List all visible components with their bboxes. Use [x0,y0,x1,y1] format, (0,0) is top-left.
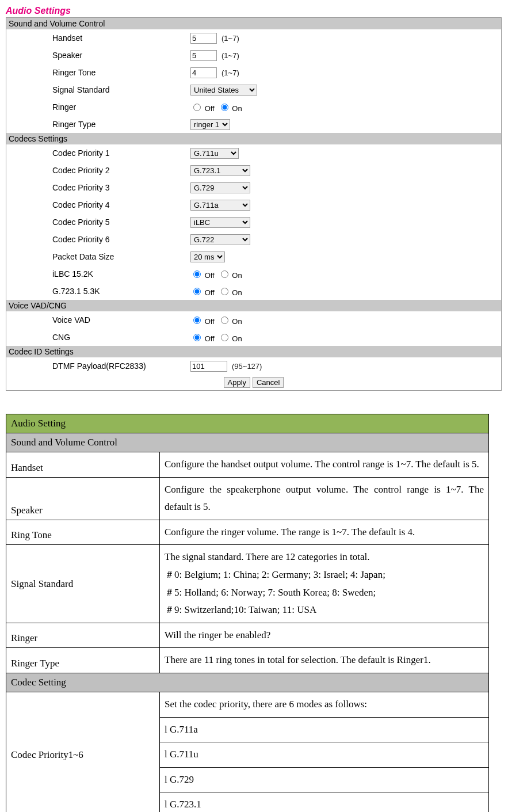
dtmf-input[interactable] [190,361,227,372]
desc-signal-standard-text: The signal standard. There are 12 catego… [160,545,489,623]
codec-3-select[interactable]: G.729 [190,182,250,193]
ringer-tone-input[interactable] [190,67,217,78]
g723-label: G.723.1 5.3K [6,287,190,296]
codec-2-label: Codec Priority 2 [6,166,190,175]
voice-vad-on-radio[interactable] [221,317,228,324]
ilbc-on-label: On [232,271,242,280]
desc-ringer-text: Will the ringer be enabled? [160,623,489,648]
handset-hint: (1~7) [221,34,239,43]
codec-4-label: Codec Priority 4 [6,200,190,209]
desc-speaker-label: Speaker [6,477,160,520]
desc-ringer-type-label: Ringer Type [6,648,160,673]
ilbc-off-label: Off [205,271,215,280]
g723-off-radio[interactable] [193,288,201,295]
row-ilbc: iLBC 15.2K Off On [6,265,501,283]
desc-signal-standard-label: Signal Standard [6,545,160,623]
row-packet-size: Packet Data Size 20 ms [6,248,501,265]
row-codec-1: Codec Priority 1 G.711u [6,144,501,162]
row-codec-5: Codec Priority 5 iLBC [6,214,501,231]
g723-off-label: Off [205,288,215,297]
section-sound-header: Sound and Volume Control [6,18,501,29]
apply-button[interactable]: Apply [224,377,251,388]
row-codec-2: Codec Priority 2 G.723.1 [6,162,501,179]
voice-vad-off-label: Off [205,317,215,326]
row-ringer: Ringer Off On [6,98,501,116]
ilbc-on-radio[interactable] [221,270,228,278]
desc-speaker-text: Configure the speakerphone output volume… [160,477,489,520]
desc-codec-priority-label: Codec Priority1~6 [6,692,160,812]
cng-on-label: On [232,334,242,343]
row-speaker: Speaker (1~7) [6,47,501,64]
voice-vad-off-radio[interactable] [193,317,201,324]
codec-4-select[interactable]: G.711a [190,200,250,211]
voice-vad-on-label: On [232,317,242,326]
row-ringer-tone: Ringer Tone (1~7) [6,64,501,81]
row-ringer-type: Ringer Type ringer 1 [6,116,501,133]
ringer-tone-label: Ringer Tone [6,68,190,77]
cng-on-radio[interactable] [221,334,228,341]
desc-handset-text: Configure the handset output volume. The… [160,452,489,478]
cancel-button[interactable]: Cancel [253,377,284,388]
section-codec-id-header: Codec ID Settings [6,346,501,357]
desc-codec-priority-text: Set the codec priority, there are 6 mode… [160,692,489,812]
ilbc-off-radio[interactable] [193,270,201,278]
ringer-type-label: Ringer Type [6,120,190,129]
cng-label: CNG [6,333,190,342]
ringer-on-label: On [232,104,242,113]
row-codec-3: Codec Priority 3 G.729 [6,179,501,196]
row-voice-vad: Voice VAD Off On [6,311,501,329]
speaker-hint: (1~7) [221,51,239,60]
speaker-label: Speaker [6,51,190,60]
packet-size-select[interactable]: 20 ms [190,251,225,262]
row-dtmf: DTMF Payload(RFC2833) (95~127) [6,357,501,375]
handset-input[interactable] [190,33,217,44]
section-vad-header: Voice VAD/CNG [6,300,501,311]
handset-label: Handset [6,33,190,43]
codec-2-select[interactable]: G.723.1 [190,165,250,176]
packet-size-label: Packet Data Size [6,252,190,261]
desc-ringer-label: Ringer [6,623,160,648]
row-cng: CNG Off On [6,329,501,346]
cng-off-radio[interactable] [193,334,201,341]
row-codec-4: Codec Priority 4 G.711a [6,196,501,214]
codec-5-select[interactable]: iLBC [190,217,250,228]
ringer-off-radio[interactable] [193,104,201,111]
description-table: Audio Setting Sound and Volume Control H… [6,414,489,812]
section-codecs-header: Codecs Settings [6,133,501,144]
ringer-label: Ringer [6,102,190,112]
row-signal-standard: Signal Standard United States [6,81,501,98]
codec-6-label: Codec Priority 6 [6,235,190,244]
desc-codec-header: Codec Setting [6,673,489,692]
g723-on-label: On [232,288,242,297]
codec-1-label: Codec Priority 1 [6,148,190,158]
desc-ringer-type-text: There are 11 ring tones in total for sel… [160,648,489,673]
ringer-off-label: Off [205,104,215,113]
button-row: Apply Cancel [6,375,501,390]
dtmf-hint: (95~127) [232,362,262,371]
ringer-type-select[interactable]: ringer 1 [190,119,230,130]
page-title: Audio Settings [6,6,501,16]
desc-handset-label: Handset [6,452,160,478]
ilbc-label: iLBC 15.2K [6,269,190,279]
desc-sound-header: Sound and Volume Control [6,433,489,452]
ringer-tone-hint: (1~7) [221,68,239,77]
signal-standard-select[interactable]: United States [190,85,257,96]
desc-ring-tone-label: Ring Tone [6,520,160,545]
voice-vad-label: Voice VAD [6,315,190,325]
codec-6-select[interactable]: G.722 [190,234,250,245]
row-handset: Handset (1~7) [6,29,501,47]
cng-off-label: Off [205,334,215,343]
speaker-input[interactable] [190,50,217,61]
codec-5-label: Codec Priority 5 [6,218,190,227]
signal-standard-label: Signal Standard [6,85,190,94]
dtmf-label: DTMF Payload(RFC2833) [6,361,190,371]
g723-on-radio[interactable] [221,288,228,295]
desc-ring-tone-text: Configure the ringer volume. The range i… [160,520,489,545]
settings-panel: Sound and Volume Control Handset (1~7) S… [6,17,502,391]
row-g723: G.723.1 5.3K Off On [6,283,501,300]
row-codec-6: Codec Priority 6 G.722 [6,231,501,248]
codec-1-select[interactable]: G.711u [190,148,239,159]
ringer-on-radio[interactable] [221,104,228,111]
desc-title: Audio Setting [6,414,489,433]
codec-3-label: Codec Priority 3 [6,183,190,192]
